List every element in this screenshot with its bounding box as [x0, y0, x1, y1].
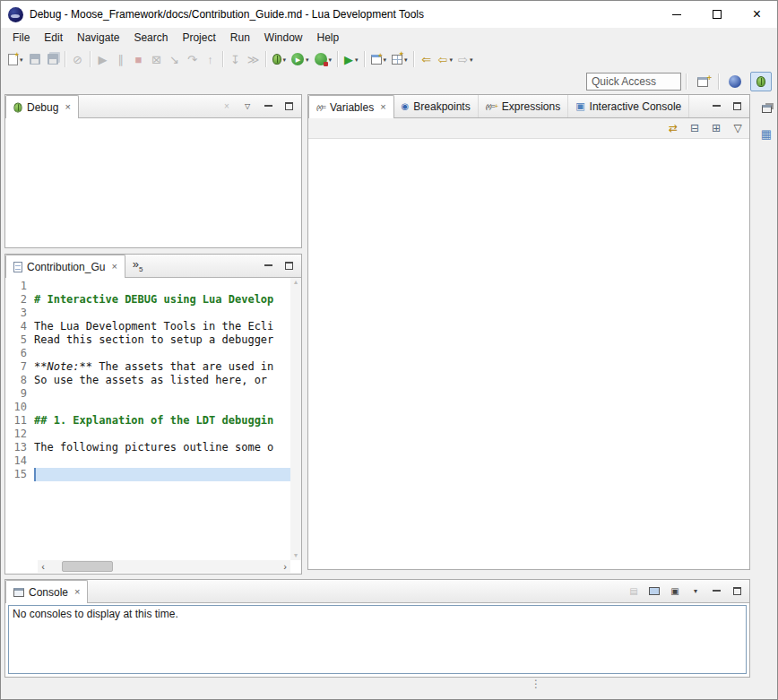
menu-run[interactable]: Run: [223, 29, 257, 47]
dropdown-arrow-icon[interactable]: ▾: [450, 56, 454, 63]
console-dropdown-button[interactable]: ▾: [688, 584, 703, 599]
window-minimize-button[interactable]: [656, 1, 696, 28]
save-all-button[interactable]: ▾: [44, 49, 62, 69]
editor-line[interactable]: 1: [5, 280, 290, 293]
ldt-perspective-button[interactable]: [724, 72, 746, 91]
editor-line[interactable]: 3: [5, 307, 290, 320]
close-icon[interactable]: ×: [111, 262, 117, 272]
dropdown-arrow-icon[interactable]: ▾: [20, 56, 23, 63]
editor-line[interactable]: 5 Read this section to setup a debugger: [5, 333, 290, 347]
step-over-button[interactable]: ↷ ▾: [184, 49, 202, 69]
dropdown-arrow-icon[interactable]: ▾: [470, 56, 473, 63]
save-button[interactable]: ▾: [26, 49, 44, 69]
editor-horizontal-scrollbar[interactable]: ‹ ›: [38, 560, 290, 573]
coverage-button[interactable]: ▾: [312, 49, 335, 69]
editor-line[interactable]: 6: [5, 347, 290, 360]
forward-button[interactable]: ⇨ ▾: [455, 49, 475, 69]
close-icon[interactable]: ×: [74, 587, 80, 597]
window-close-button[interactable]: ×: [737, 1, 777, 28]
scroll-right-icon[interactable]: ›: [280, 562, 290, 572]
editor-line[interactable]: 2 # Interactive DEBUG using Lua Develop: [5, 293, 290, 307]
editor-line[interactable]: 7 **Note:** The assets that are used in: [5, 360, 290, 374]
drop-to-frame-button[interactable]: ↧ ▾: [227, 49, 245, 69]
skip-all-breakpoints-button[interactable]: ⊘ ▾: [69, 49, 87, 69]
editor-content[interactable]: 1 2 # Interactive DEBUG using Lua Develo…: [5, 278, 301, 574]
new-lua-file-button[interactable]: ▾: [389, 49, 411, 69]
collapse-all-button[interactable]: ⊟: [687, 121, 702, 135]
maximize-view-button[interactable]: [281, 99, 296, 114]
dropdown-arrow-icon[interactable]: ▾: [283, 56, 287, 63]
editor-line[interactable]: 8 So use the assets as listed here, or: [5, 374, 290, 387]
hidden-tabs-chevron[interactable]: »5: [133, 258, 143, 273]
close-icon[interactable]: ×: [380, 102, 385, 112]
tab-breakpoints[interactable]: ◉ Breakpoints ×: [394, 95, 479, 117]
tab-expressions[interactable]: (x)= Expressions ×: [479, 95, 568, 117]
tab-interactive-console[interactable]: ▣ Interactive Console ×: [568, 95, 689, 117]
restore-views-button[interactable]: [757, 99, 775, 117]
open-console-button[interactable]: ▤: [627, 584, 641, 599]
run-button[interactable]: ▾: [289, 49, 312, 69]
menu-edit[interactable]: Edit: [37, 29, 70, 47]
remove-all-terminated-button[interactable]: ×: [220, 99, 234, 114]
editor-line[interactable]: 14: [5, 454, 290, 468]
tab-contribution-guide[interactable]: Contribution_Gu ×: [5, 255, 125, 278]
use-step-filters-button[interactable]: ≫ ▾: [245, 49, 263, 69]
tab-debug[interactable]: Debug ×: [5, 95, 79, 118]
menu-navigate[interactable]: Navigate: [70, 29, 126, 47]
window-maximize-button[interactable]: [696, 1, 737, 28]
maximize-view-button[interactable]: [730, 99, 744, 114]
menu-search[interactable]: Search: [126, 29, 175, 47]
close-icon[interactable]: ×: [65, 102, 70, 112]
scroll-left-icon[interactable]: ‹: [38, 562, 48, 572]
menu-file[interactable]: File: [5, 29, 37, 47]
editor-line[interactable]: 15: [5, 468, 290, 481]
scroll-down-icon[interactable]: ▾: [294, 552, 298, 559]
editor-vertical-scrollbar[interactable]: ▴ ▾: [290, 278, 301, 560]
tab-console[interactable]: Console ×: [5, 580, 88, 603]
new-lua-project-button[interactable]: ▾: [368, 49, 390, 69]
layout-button[interactable]: ⊞: [709, 121, 723, 135]
console-content[interactable]: No consoles to display at this time.: [8, 605, 747, 674]
editor-line[interactable]: 12: [5, 428, 290, 441]
dropdown-arrow-icon[interactable]: ▾: [306, 56, 309, 63]
debug-button[interactable]: ▾: [270, 49, 290, 69]
scrollbar-thumb[interactable]: [62, 561, 113, 572]
tab-variables[interactable]: (x)= Variables ×: [308, 95, 394, 118]
editor-line[interactable]: 11 ## 1. Explanation of the LDT debuggin: [5, 414, 290, 428]
terminate-button[interactable]: ■ ▾: [130, 49, 148, 69]
dropdown-arrow-icon[interactable]: ▾: [355, 56, 359, 63]
editor-line[interactable]: 4 The Lua Development Tools in the Ecli: [5, 320, 290, 333]
pin-console-button[interactable]: ▣: [668, 584, 682, 599]
step-into-button[interactable]: ↘ ▾: [166, 49, 184, 69]
show-logical-structure-button[interactable]: ⇄: [666, 121, 680, 135]
back-button[interactable]: ⇦ ▾: [436, 49, 455, 69]
view-menu-button[interactable]: ▽: [240, 99, 255, 114]
debug-perspective-button[interactable]: [750, 72, 772, 91]
dropdown-arrow-icon[interactable]: ▾: [329, 56, 333, 63]
dropdown-arrow-icon[interactable]: ▾: [384, 56, 387, 63]
maximize-view-button[interactable]: [281, 259, 296, 273]
menu-help[interactable]: Help: [310, 29, 347, 47]
minimize-view-button[interactable]: [709, 584, 723, 599]
menu-project[interactable]: Project: [175, 29, 222, 47]
minimized-view-button[interactable]: ▦: [757, 125, 775, 143]
view-menu-button[interactable]: ▽: [730, 121, 745, 135]
new-wizard-button[interactable]: ▾: [5, 49, 26, 69]
editor-line[interactable]: 9: [5, 387, 290, 401]
last-edit-location-button[interactable]: ⇐ ▾: [418, 49, 436, 69]
open-perspective-button[interactable]: [692, 72, 713, 91]
minimize-view-button[interactable]: [709, 99, 723, 114]
quick-access-input[interactable]: Quick Access: [586, 73, 681, 91]
suspend-button[interactable]: ∥ ▾: [112, 49, 130, 69]
external-tools-button[interactable]: ▶ ▾: [341, 49, 361, 69]
editor-line[interactable]: 10: [5, 401, 290, 414]
editor-line[interactable]: 13 The following pictures outline some o: [5, 441, 290, 454]
step-return-button[interactable]: ↑ ▾: [202, 49, 220, 69]
scrollbar-track[interactable]: [48, 560, 280, 573]
sash-handle[interactable]: ⋮: [531, 678, 541, 689]
menu-window[interactable]: Window: [257, 29, 310, 47]
dropdown-arrow-icon[interactable]: ▾: [404, 56, 408, 63]
disconnect-button[interactable]: ⊠ ▾: [148, 49, 166, 69]
resume-button[interactable]: ▶ ▾: [94, 49, 112, 69]
maximize-view-button[interactable]: [730, 584, 744, 599]
